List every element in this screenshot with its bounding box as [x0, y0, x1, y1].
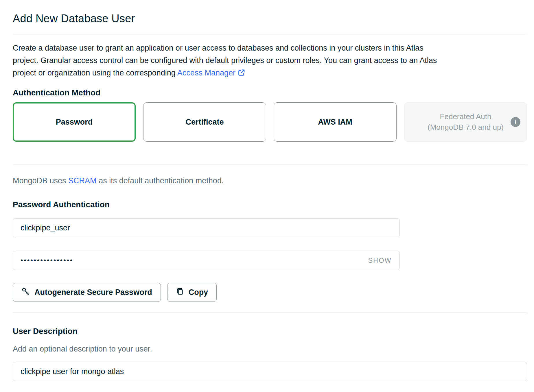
auth-option-password[interactable]: Password — [13, 102, 136, 142]
auth-method-options: Password Certificate AWS IAM Federated A… — [13, 102, 527, 142]
divider — [13, 34, 527, 34]
password-buttons-row: Autogenerate Secure Password Copy — [13, 283, 527, 302]
auth-option-federated-label: Federated Auth (MongoDB 7.0 and up) — [428, 111, 504, 133]
username-input[interactable] — [13, 218, 400, 237]
add-database-user-form: Add New Database User Create a database … — [0, 0, 534, 392]
access-manager-link[interactable]: Access Manager — [177, 69, 245, 77]
copy-icon — [176, 287, 184, 297]
copy-button-label: Copy — [189, 288, 208, 297]
info-icon[interactable]: i — [511, 117, 520, 127]
authentication-method-heading: Authentication Method — [13, 88, 527, 98]
auth-option-certificate-label: Certificate — [185, 118, 224, 127]
intro-text: Create a database user to grant an appli… — [13, 42, 447, 79]
password-field-wrap: SHOW — [13, 251, 400, 270]
password-input[interactable] — [13, 251, 400, 270]
federated-auth-line1: Federated Auth — [440, 112, 491, 121]
auth-option-aws-iam[interactable]: AWS IAM — [274, 102, 397, 142]
copy-password-button[interactable]: Copy — [167, 283, 217, 302]
access-manager-link-label: Access Manager — [177, 69, 235, 77]
autogenerate-password-button[interactable]: Autogenerate Secure Password — [13, 283, 161, 302]
federated-auth-line2: (MongoDB 7.0 and up) — [428, 123, 504, 132]
auth-option-federated-auth: Federated Auth (MongoDB 7.0 and up) i — [404, 102, 527, 142]
scram-note: MongoDB uses SCRAM as its default authen… — [13, 175, 527, 187]
user-description-hint: Add an optional description to your user… — [13, 343, 527, 355]
page-title: Add New Database User — [13, 12, 527, 25]
user-description-input[interactable] — [13, 362, 527, 381]
autogenerate-password-label: Autogenerate Secure Password — [34, 288, 152, 297]
external-link-icon — [235, 69, 245, 77]
divider — [13, 164, 527, 165]
scram-link[interactable]: SCRAM — [68, 176, 97, 185]
password-authentication-heading: Password Authentication — [13, 200, 527, 210]
auth-option-aws-iam-label: AWS IAM — [318, 118, 352, 127]
show-password-button[interactable]: SHOW — [368, 257, 392, 265]
scram-note-before: MongoDB uses — [13, 176, 68, 185]
auth-option-certificate[interactable]: Certificate — [143, 102, 266, 142]
scram-note-after: as its default authentication method. — [97, 176, 224, 185]
key-icon — [21, 287, 30, 298]
auth-option-password-label: Password — [56, 118, 93, 127]
divider — [13, 312, 527, 313]
user-description-heading: User Description — [13, 326, 527, 336]
